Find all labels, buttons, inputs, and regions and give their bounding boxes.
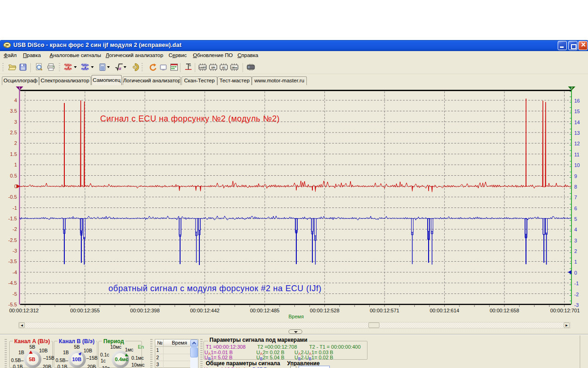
svg-text:0.5: 0.5 [10,173,17,178]
svg-text:7: 7 [574,195,577,200]
svg-text:-3: -3 [12,248,17,253]
svg-text:-1: -1 [574,281,579,286]
svg-text:6: 6 [574,206,577,211]
svg-text:4: 4 [574,227,577,232]
svg-text:-3: -3 [574,302,579,308]
svg-text:2: 2 [574,248,577,254]
svg-text:14: 14 [574,120,580,125]
svg-text:00:00:12:485: 00:00:12:485 [250,308,279,313]
svg-text:10: 10 [574,162,580,168]
svg-text:1.5: 1.5 [10,151,17,157]
svg-text:обратный сигнал с модуля форсу: обратный сигнал с модуля форсунок #2 на … [108,284,322,293]
svg-text:1: 1 [574,259,577,264]
svg-text:м: м [189,64,191,67]
svg-text:00:00:12:355: 00:00:12:355 [70,308,100,313]
svg-text:-2: -2 [12,226,17,232]
svg-text:-0.5: -0.5 [8,194,17,200]
svg-text:16: 16 [574,98,580,104]
svg-text:3.5: 3.5 [10,108,17,114]
svg-text:I2C: I2C [222,66,226,69]
svg-text:12: 12 [574,141,580,146]
svg-text:UART: UART [199,66,206,69]
svg-text:-2: -2 [574,292,579,297]
svg-text:α: α [119,65,122,71]
svg-text:-4.5: -4.5 [8,280,17,286]
svg-text:SPI: SPI [211,66,215,69]
svg-text:00:00:12:571: 00:00:12:571 [370,308,399,313]
svg-text:-4: -4 [12,270,17,275]
svg-text:13: 13 [574,130,580,136]
svg-text:5: 5 [574,216,577,222]
svg-text:3: 3 [574,238,577,243]
svg-text:8: 8 [574,184,577,190]
svg-text:11: 11 [574,152,579,157]
svg-text:Время: Время [288,314,304,319]
svg-text:1: 1 [18,86,21,90]
svg-text:-1.5: -1.5 [8,216,17,221]
svg-text:-2.5: -2.5 [8,237,17,243]
svg-text:1: 1 [14,162,17,167]
svg-text:-5.5: -5.5 [8,302,17,307]
svg-text:00:00:12:614: 00:00:12:614 [430,308,459,313]
svg-text:0: 0 [574,270,577,276]
svg-text:00:00:12:701: 00:00:12:701 [550,308,580,313]
svg-text:-5: -5 [12,291,17,297]
svg-text:3: 3 [14,119,17,125]
svg-text:4: 4 [14,98,17,103]
svg-text:9: 9 [574,173,577,179]
svg-text:00:00:12:528: 00:00:12:528 [310,308,339,313]
svg-text:00:00:12:658: 00:00:12:658 [490,308,519,313]
svg-text:00:00:12:312: 00:00:12:312 [9,308,39,313]
svg-text:2: 2 [14,140,17,146]
svg-text:0: 0 [14,184,17,189]
svg-text:00:00:12:442: 00:00:12:442 [190,308,220,313]
svg-text:-3.5: -3.5 [8,259,17,264]
svg-text:Сигнал с ECU на форсунку №2 (м: Сигнал с ECU на форсунку №2 (модуль №2) [100,114,280,123]
svg-text:00:00:12:398: 00:00:12:398 [130,308,159,313]
svg-text:2: 2 [571,86,573,90]
svg-text:15: 15 [574,109,580,114]
svg-text:2.5: 2.5 [10,130,17,135]
svg-text:1Wire: 1Wire [232,67,237,69]
svg-text:-1: -1 [12,205,17,211]
